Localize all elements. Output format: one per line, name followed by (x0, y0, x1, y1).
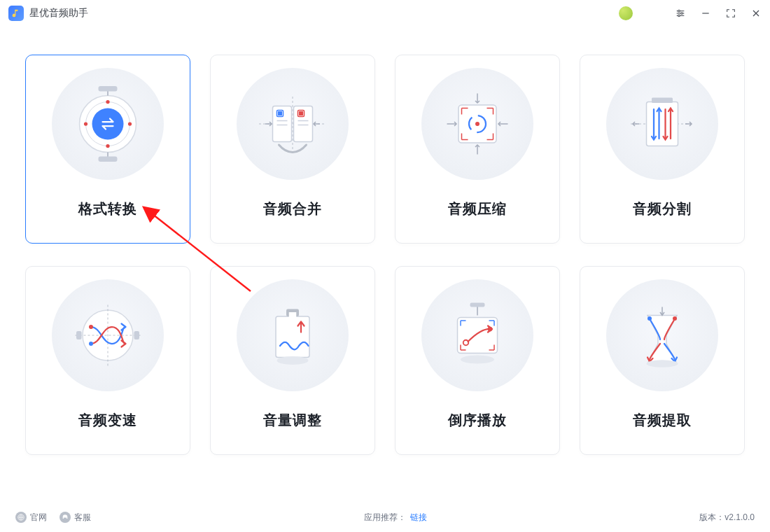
card-reverse-play[interactable]: 倒序播放 (395, 266, 560, 455)
maximize-icon[interactable] (725, 8, 736, 19)
svg-point-14 (84, 122, 88, 125)
svg-point-57 (277, 356, 309, 365)
svg-rect-58 (458, 318, 498, 354)
svg-rect-18 (99, 86, 118, 92)
recommend-label: 应用推荐： (364, 512, 406, 524)
user-avatar[interactable] (619, 6, 633, 20)
support-link[interactable]: 客服 (59, 512, 91, 524)
card-audio-speed[interactable]: 音频变速 (25, 266, 190, 455)
svg-point-63 (461, 356, 494, 364)
svg-rect-52 (134, 331, 140, 340)
svg-rect-27 (299, 111, 303, 115)
svg-point-11 (92, 108, 124, 140)
svg-point-4 (681, 13, 683, 15)
svg-point-67 (647, 360, 678, 368)
card-audio-split[interactable]: 音频分割 (580, 55, 745, 244)
card-audio-merge[interactable]: 音频合并 (210, 55, 375, 244)
svg-point-12 (106, 100, 109, 104)
svg-point-3 (678, 10, 680, 12)
app-title: 星优音频助手 (29, 7, 88, 20)
svg-point-15 (128, 122, 132, 125)
svg-rect-25 (278, 111, 282, 115)
title-right (619, 6, 762, 20)
card-label: 音量调整 (263, 411, 322, 430)
website-label: 官网 (30, 512, 47, 524)
headset-icon (59, 512, 71, 523)
card-audio-compress[interactable]: 音频压缩 (395, 55, 560, 244)
svg-point-36 (475, 122, 479, 126)
audio-speed-icon (52, 279, 164, 391)
footer-right: 版本：v2.1.0.0 (699, 512, 755, 524)
version-value: v2.1.0.0 (724, 512, 755, 522)
audio-merge-icon (237, 68, 349, 180)
app-logo-icon (8, 6, 24, 21)
footer-left: 官网 客服 (15, 512, 91, 524)
svg-rect-43 (652, 98, 673, 104)
recommend-link[interactable]: 链接 (410, 512, 427, 524)
svg-rect-53 (276, 316, 309, 358)
card-audio-extract[interactable]: 音频提取 (580, 266, 745, 455)
audio-extract-icon (606, 279, 718, 391)
svg-rect-19 (99, 157, 118, 162)
svg-rect-62 (470, 303, 485, 307)
volume-adjust-icon (237, 279, 349, 391)
website-link[interactable]: 官网 (15, 512, 47, 524)
card-label: 格式转换 (78, 200, 137, 218)
card-volume-adjust[interactable]: 音量调整 (210, 266, 375, 455)
settings-icon[interactable] (675, 8, 686, 19)
minimize-icon[interactable] (700, 8, 711, 19)
support-label: 客服 (74, 512, 91, 524)
title-bar: 星优音频助手 (0, 0, 770, 27)
audio-split-icon (606, 68, 718, 180)
audio-compress-icon (421, 68, 533, 180)
footer-center: 应用推荐： 链接 (364, 512, 427, 524)
title-left: 星优音频助手 (8, 6, 88, 21)
svg-rect-42 (647, 102, 678, 146)
reverse-play-icon (421, 279, 533, 391)
format-convert-icon (52, 68, 164, 180)
card-format-convert[interactable]: 格式转换 (25, 55, 190, 244)
svg-rect-55 (289, 312, 297, 320)
globe-icon (15, 512, 27, 523)
card-label: 倒序播放 (448, 411, 507, 430)
card-label: 音频变速 (78, 411, 137, 430)
svg-point-13 (106, 144, 109, 148)
footer: 官网 客服 应用推荐： 链接 版本：v2.1.0.0 (0, 503, 770, 532)
svg-point-5 (678, 15, 680, 17)
svg-rect-51 (76, 331, 82, 340)
card-label: 音频压缩 (448, 200, 507, 218)
version-label: 版本： (699, 512, 724, 522)
svg-point-50 (89, 342, 93, 346)
avatar-icon (619, 6, 633, 20)
svg-point-60 (488, 327, 493, 332)
card-label: 音频分割 (633, 200, 692, 218)
card-label: 音频合并 (263, 200, 322, 218)
svg-point-49 (89, 325, 93, 329)
feature-grid: 格式转换 (25, 55, 745, 455)
card-label: 音频提取 (633, 411, 692, 430)
close-icon[interactable] (750, 8, 762, 19)
main-content: 格式转换 (0, 27, 770, 503)
